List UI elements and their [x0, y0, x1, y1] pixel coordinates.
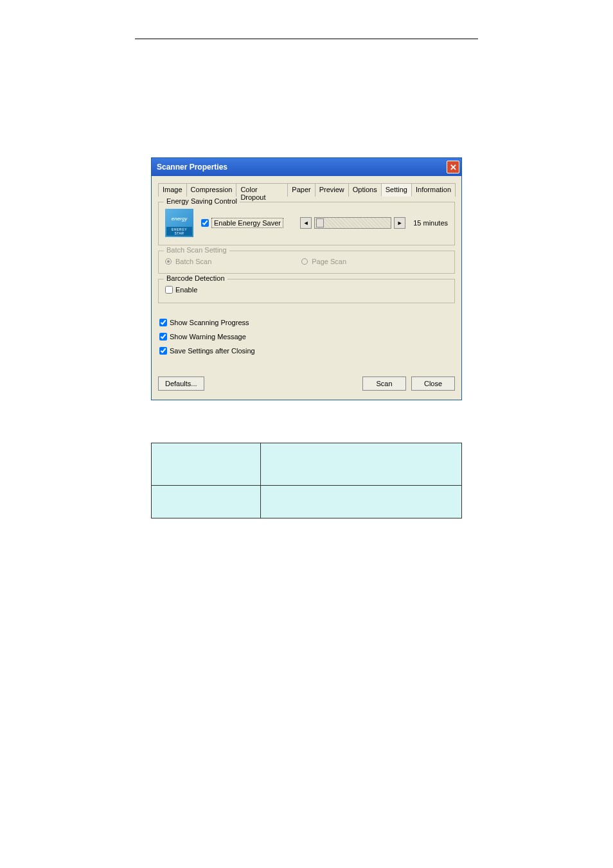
energy-slider-track[interactable] [314, 217, 391, 229]
energy-slider-thumb[interactable] [316, 218, 324, 227]
energy-star-icon: energy ENERGY STAR [165, 209, 193, 237]
defaults-button[interactable]: Defaults... [158, 376, 204, 391]
energy-minutes-label: 15 minutes [413, 219, 448, 227]
group-batch-legend: Batch Scan Setting [164, 246, 229, 254]
radio-batch-scan-label: Batch Scan [175, 258, 211, 265]
radio-batch-scan: Batch Scan [165, 258, 211, 265]
table-cell-key: Energy Saving Control [152, 443, 261, 486]
show-progress-label: Show Scanning Progress [170, 319, 249, 326]
tab-color-dropout[interactable]: Color Dropout [236, 183, 288, 197]
show-progress-input[interactable] [159, 319, 167, 326]
close-icon[interactable]: ✕ [447, 161, 459, 173]
tab-image[interactable]: Image [158, 183, 187, 197]
show-warning-input[interactable] [159, 333, 167, 341]
save-settings-label: Save Settings after Closing [170, 347, 255, 355]
table-row: The range is from 1 to 240 minutes. The … [152, 486, 462, 518]
barcode-enable-input[interactable] [165, 286, 173, 294]
table-row: Energy Saving Control Check the Enable E… [152, 443, 462, 486]
tab-options[interactable]: Options [348, 183, 382, 197]
barcode-enable-checkbox[interactable]: Enable [165, 286, 197, 294]
show-warning-checkbox[interactable]: Show Warning Message [159, 333, 455, 341]
table-cell-val: Check the Enable Energy Saver box and mo… [261, 443, 462, 486]
radio-batch-scan-icon [165, 258, 172, 265]
tab-setting[interactable]: Setting [381, 183, 412, 197]
group-energy-saving: Energy Saving Control energy ENERGY STAR… [158, 202, 455, 245]
tab-compression[interactable]: Compression [186, 183, 237, 197]
table-cell-key [152, 486, 261, 518]
slider-right-arrow-icon[interactable]: ► [394, 217, 405, 229]
window-title: Scanner Properties [157, 163, 447, 172]
enable-energy-saver-label: Enable Energy Saver [211, 218, 283, 228]
slider-left-arrow-icon[interactable]: ◄ [300, 217, 312, 229]
tab-preview[interactable]: Preview [315, 183, 349, 197]
intro-text: The Setting tab allows you to set the fo… [135, 140, 478, 154]
titlebar: Scanner Properties ✕ [152, 158, 461, 176]
save-settings-checkbox[interactable]: Save Settings after Closing [159, 347, 455, 355]
close-button[interactable]: Close [411, 376, 455, 391]
save-settings-input[interactable] [159, 347, 167, 355]
group-barcode: Barcode Detection Enable [158, 279, 455, 303]
enable-energy-saver-checkbox[interactable]: Enable Energy Saver [201, 218, 283, 228]
show-progress-checkbox[interactable]: Show Scanning Progress [159, 319, 455, 326]
dialog-window: Scanner Properties ✕ Image Compression C… [151, 157, 462, 400]
scan-button[interactable]: Scan [362, 376, 406, 391]
radio-page-scan: Page Scan [301, 258, 346, 265]
radio-page-scan-icon [301, 258, 308, 265]
group-energy-legend: Energy Saving Control [164, 197, 240, 205]
group-barcode-legend: Barcode Detection [164, 274, 227, 282]
enable-energy-saver-input[interactable] [201, 219, 209, 227]
tab-strip: Image Compression Color Dropout Paper Pr… [158, 182, 455, 197]
barcode-enable-label: Enable [175, 286, 197, 294]
tab-information[interactable]: Information [411, 183, 456, 197]
section-heading: 4.10 The Setting Tab [135, 123, 478, 136]
group-batch-scan: Batch Scan Setting Batch Scan Page Scan [158, 251, 455, 274]
radio-page-scan-label: Page Scan [312, 258, 346, 265]
figure-caption: The Setting tab dialog box [135, 407, 478, 417]
tab-paper[interactable]: Paper [287, 183, 315, 197]
show-warning-label: Show Warning Message [170, 333, 246, 341]
table-cell-val: The range is from 1 to 240 minutes. The … [261, 486, 462, 518]
info-table: Energy Saving Control Check the Enable E… [151, 443, 462, 518]
